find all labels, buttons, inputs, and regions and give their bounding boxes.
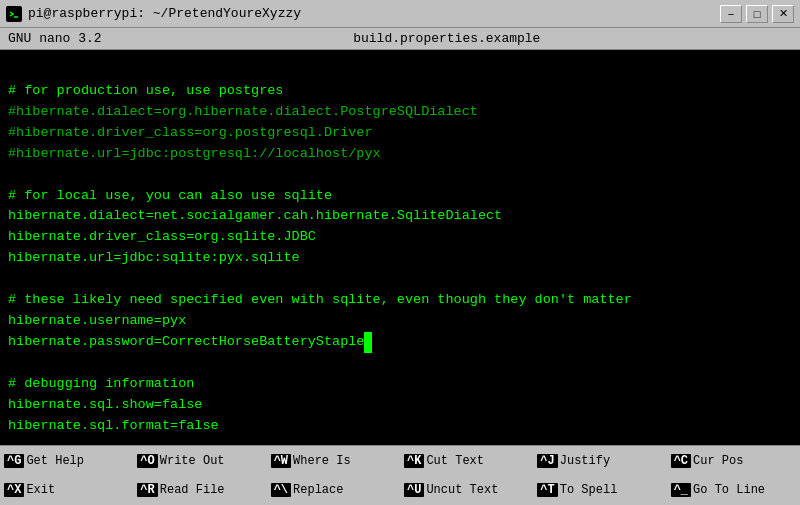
label-get-help: Get Help bbox=[26, 454, 84, 468]
cursor bbox=[364, 332, 372, 353]
footer-item-uncut-text[interactable]: ^U Uncut Text bbox=[400, 476, 533, 506]
label-read-file: Read File bbox=[160, 483, 225, 497]
nano-header: GNU nano 3.2 build.properties.example bbox=[0, 28, 800, 50]
footer-item-get-help[interactable]: ^G Get Help bbox=[0, 446, 133, 476]
nano-filename: build.properties.example bbox=[353, 31, 540, 46]
minimize-button[interactable]: − bbox=[720, 5, 742, 23]
terminal-icon bbox=[6, 6, 22, 22]
key-to-spell: ^T bbox=[537, 483, 557, 497]
maximize-button[interactable]: □ bbox=[746, 5, 768, 23]
line-9: hibernate.password=CorrectHorseBatterySt… bbox=[8, 334, 372, 349]
line-4: #hibernate.url=jdbc:postgresql://localho… bbox=[8, 146, 381, 161]
line-6: hibernate.driver_class=org.sqlite.JDBC bbox=[8, 229, 316, 244]
title-bar: pi@raspberrypi: ~/PretendYoureXyzzy − □ … bbox=[0, 0, 800, 28]
footer-item-where-is[interactable]: ^W Where Is bbox=[267, 446, 400, 476]
key-where-is: ^W bbox=[271, 454, 291, 468]
line-1: # for production use, use postgres bbox=[8, 83, 283, 98]
line-7: hibernate.url=jdbc:sqlite:pyx.sqlite bbox=[8, 250, 300, 265]
window-controls: − □ ✕ bbox=[720, 5, 794, 23]
footer-item-to-spell[interactable]: ^T To Spell bbox=[533, 476, 666, 506]
footer-item-cur-pos[interactable]: ^C Cur Pos bbox=[667, 446, 800, 476]
label-where-is: Where Is bbox=[293, 454, 351, 468]
key-read-file: ^R bbox=[137, 483, 157, 497]
key-cut-text: ^K bbox=[404, 454, 424, 468]
title-bar-text: pi@raspberrypi: ~/PretendYoureXyzzy bbox=[28, 6, 301, 21]
key-justify: ^J bbox=[537, 454, 557, 468]
footer-item-go-to-line[interactable]: ^_ Go To Line bbox=[667, 476, 800, 506]
key-exit: ^X bbox=[4, 483, 24, 497]
line-3: #hibernate.driver_class=org.postgresql.D… bbox=[8, 125, 373, 140]
footer-item-write-out[interactable]: ^O Write Out bbox=[133, 446, 266, 476]
key-replace: ^\ bbox=[271, 483, 291, 497]
close-button[interactable]: ✕ bbox=[772, 5, 794, 23]
footer-item-read-file[interactable]: ^R Read File bbox=[133, 476, 266, 506]
line-5: hibernate.dialect=net.socialgamer.cah.hi… bbox=[8, 208, 502, 223]
label-cur-pos: Cur Pos bbox=[693, 454, 743, 468]
nano-version: GNU nano 3.2 bbox=[8, 31, 102, 46]
title-bar-left: pi@raspberrypi: ~/PretendYoureXyzzy bbox=[6, 6, 301, 22]
line-11: hibernate.sql.format=false bbox=[8, 418, 219, 433]
label-cut-text: Cut Text bbox=[426, 454, 484, 468]
footer: ^G Get Help ^O Write Out ^W Where Is ^K … bbox=[0, 445, 800, 505]
label-uncut-text: Uncut Text bbox=[426, 483, 498, 497]
line-8: hibernate.username=pyx bbox=[8, 313, 186, 328]
label-justify: Justify bbox=[560, 454, 610, 468]
footer-item-justify[interactable]: ^J Justify bbox=[533, 446, 666, 476]
line-10: hibernate.sql.show=false bbox=[8, 397, 202, 412]
label-to-spell: To Spell bbox=[560, 483, 618, 497]
footer-item-cut-text[interactable]: ^K Cut Text bbox=[400, 446, 533, 476]
label-go-to-line: Go To Line bbox=[693, 483, 765, 497]
editor-area[interactable]: # for production use, use postgres #hibe… bbox=[0, 50, 800, 445]
key-get-help: ^G bbox=[4, 454, 24, 468]
line-2: #hibernate.dialect=org.hibernate.dialect… bbox=[8, 104, 478, 119]
footer-item-replace[interactable]: ^\ Replace bbox=[267, 476, 400, 506]
key-write-out: ^O bbox=[137, 454, 157, 468]
line-blank-1: # for local use, you can also use sqlite bbox=[8, 188, 332, 203]
key-go-to-line: ^_ bbox=[671, 483, 691, 497]
label-write-out: Write Out bbox=[160, 454, 225, 468]
key-uncut-text: ^U bbox=[404, 483, 424, 497]
line-blank-3: # debugging information bbox=[8, 376, 194, 391]
line-blank-2: # these likely need specified even with … bbox=[8, 292, 632, 307]
footer-item-exit[interactable]: ^X Exit bbox=[0, 476, 133, 506]
key-cur-pos: ^C bbox=[671, 454, 691, 468]
label-replace: Replace bbox=[293, 483, 343, 497]
label-exit: Exit bbox=[26, 483, 55, 497]
